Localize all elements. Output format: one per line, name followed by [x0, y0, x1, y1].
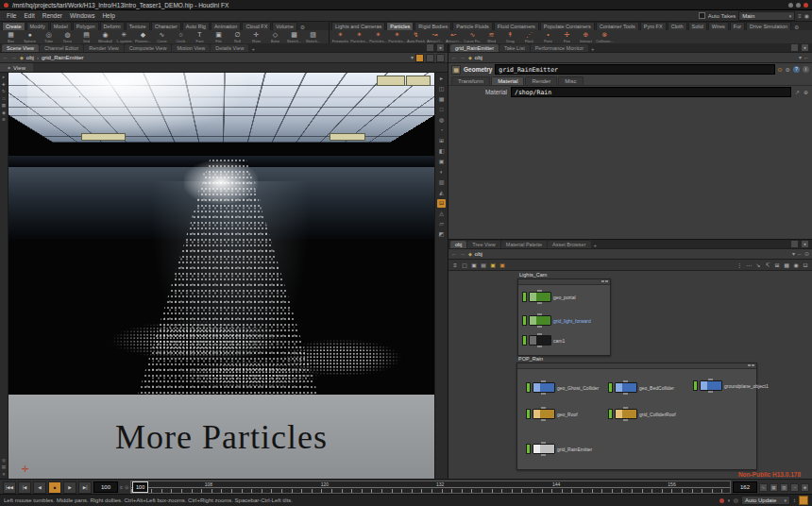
gear-icon[interactable]: ⚙ [300, 24, 305, 30]
network-tool-icon[interactable]: ▣ [470, 261, 478, 269]
material-path-field[interactable]: /shop/Rain [511, 87, 791, 97]
box-minimize-icon[interactable] [748, 364, 751, 366]
shelf-tab[interactable]: Character [151, 22, 181, 30]
take-selector[interactable]: Main ▾ [738, 11, 795, 21]
viewport-display-icon[interactable]: ◬ [437, 210, 446, 218]
shelf-tool[interactable]: ✶ Particles... [369, 31, 387, 43]
camera-lock-icon[interactable] [426, 54, 434, 62]
network-tool-icon[interactable]: ≡ [451, 261, 459, 269]
back-icon[interactable]: ← [451, 55, 457, 60]
back-arrow-icon[interactable]: ← [804, 55, 809, 60]
viewport-tool-icon[interactable]: ▸ [3, 76, 5, 80]
back-arrow-icon[interactable]: ← [797, 251, 803, 257]
viewport-display-icon[interactable]: ◫ [437, 85, 446, 93]
op-chooser-icon[interactable]: ⊕ [804, 90, 808, 95]
layout-menu-icon[interactable]: ≡ [798, 13, 802, 19]
network-node[interactable]: grid_light_forward [522, 315, 591, 326]
network-tool-icon[interactable]: ⊞ [773, 261, 781, 269]
notification-icon[interactable]: ◉ [804, 13, 809, 19]
node-display-flag[interactable] [522, 292, 527, 302]
pane-menu-icon[interactable]: ● [801, 43, 809, 52]
viewport-tool-icon[interactable]: □ [3, 97, 6, 102]
network-canvas[interactable]: Lights_Cam geo_portal [448, 271, 812, 480]
shelf-tool[interactable]: ◍ Torus [59, 31, 76, 43]
pane-tab[interactable]: Performance Monitor [531, 44, 588, 52]
shelf-tool[interactable]: • Point [539, 31, 557, 43]
shelf-tool[interactable]: T Font [191, 31, 209, 43]
gear-icon[interactable]: ⚙ [786, 67, 790, 73]
node-display-flag[interactable] [693, 380, 698, 391]
minimize-button[interactable] [788, 3, 793, 8]
pane-tab[interactable]: grid_RainEmitter [450, 44, 499, 52]
shelf-tool[interactable]: ✢ Fan [558, 31, 576, 43]
pane-tab[interactable]: Take List [499, 44, 530, 52]
viewport-display-icon[interactable]: ▦ [437, 95, 446, 104]
shelf-tool[interactable]: ∅ Null [228, 31, 246, 43]
viewport-display-icon[interactable]: ⊡ [437, 199, 446, 208]
viewport-display-icon[interactable]: ◧ [437, 147, 446, 156]
network-tool-icon[interactable]: ▢ [461, 261, 468, 269]
network-box-pop-rain[interactable]: POP_Rain geo_Ghost_Collider [516, 363, 757, 470]
shelf-tab[interactable]: Fluid Containers [494, 22, 539, 30]
status-icon[interactable]: ◗ [727, 498, 731, 503]
shelf-tab[interactable]: Drive Simulation [746, 22, 791, 30]
playback-option-icon[interactable]: ◈ [801, 483, 809, 492]
status-icon[interactable]: ◎ [734, 498, 738, 503]
pane-tab[interactable]: Tree View [467, 241, 499, 248]
shelf-tab[interactable]: Auto Rig [182, 22, 210, 30]
viewport-tool-icon[interactable]: ≡ [3, 473, 6, 478]
view-options-icon[interactable] [436, 54, 445, 62]
input-selector-icon[interactable]: ⊙ [778, 67, 783, 73]
pane-maximize-icon[interactable] [426, 43, 434, 52]
back-icon[interactable]: ← [3, 55, 8, 60]
network-tool-icon[interactable]: ⋯ [745, 261, 753, 269]
transport-button[interactable]: ▶| [78, 481, 92, 494]
menu-item[interactable]: Help [98, 12, 118, 19]
viewport-tool-icon[interactable]: ⊕ [2, 118, 6, 123]
viewport-tool-icon[interactable]: ✚ [2, 83, 6, 88]
shelf-tab[interactable]: Wires [708, 22, 729, 30]
viewport-display-icon[interactable]: □ [437, 106, 446, 114]
range-end-field[interactable]: 162 [733, 481, 757, 493]
shelf-tool[interactable]: ≋ Wind [482, 31, 500, 43]
shelf-tool[interactable]: ⊗ Collision... [596, 31, 614, 43]
network-tool-icon[interactable]: ▤ [480, 261, 487, 269]
box-minimize-icon[interactable] [601, 280, 604, 282]
shelf-tool[interactable]: ▣ File [210, 31, 228, 43]
chevron-down-icon[interactable]: ▾ [792, 251, 795, 257]
pane-menu-icon[interactable]: ● [801, 240, 809, 248]
transport-button[interactable]: |◀◀ [3, 481, 16, 494]
shelf-tool[interactable]: ✛ Rivet [247, 31, 265, 43]
transport-button[interactable]: ▶ [63, 481, 76, 494]
network-node[interactable]: cam1 [522, 335, 565, 346]
shelf-tab[interactable]: Modify [26, 22, 49, 30]
shelf-tab[interactable]: Deform [100, 22, 125, 30]
shelf-tab[interactable]: Polygon [73, 22, 99, 30]
shelf-tool[interactable]: ○ Circle [172, 31, 190, 43]
viewport-tool-icon[interactable]: ↻ [2, 90, 6, 94]
viewport-display-icon[interactable]: ▱ [437, 220, 446, 228]
node-display-flag[interactable] [608, 409, 613, 419]
shelf-tab[interactable]: Fur [730, 22, 745, 30]
shelf-tab[interactable]: Texture [126, 22, 150, 30]
param-folder-tab[interactable]: Render [525, 76, 557, 85]
shelf-tab[interactable]: Particle Fluids [452, 22, 493, 30]
op-jump-icon[interactable]: ↗ [795, 90, 800, 95]
shelf-tool[interactable]: ↝ Attract f... [426, 31, 444, 43]
node-display-flag[interactable] [608, 382, 613, 393]
node-display-flag[interactable] [522, 335, 527, 346]
chevron-down-icon[interactable]: ▾ [411, 55, 414, 60]
gear-icon[interactable]: ⚙ [794, 24, 799, 30]
menu-item[interactable]: Render [39, 12, 66, 19]
viewport-display-icon[interactable]: ◔ [437, 126, 446, 135]
shelf-tab[interactable]: Particles [386, 22, 414, 30]
viewport-tool-icon[interactable]: ▤ [2, 465, 6, 470]
current-frame-field[interactable]: 100 [93, 481, 118, 493]
forward-icon[interactable]: → [460, 55, 465, 60]
breadcrumb-root[interactable]: obj [26, 55, 34, 60]
viewport-display-icon[interactable]: ▣ [437, 158, 446, 166]
shelf-tool[interactable]: ▨ Sketch... [304, 31, 322, 43]
pane-tab[interactable]: obj [450, 241, 466, 248]
pane-tab[interactable]: Render View [84, 44, 123, 52]
shelf-tool[interactable]: ◉ Metaball [96, 31, 114, 43]
